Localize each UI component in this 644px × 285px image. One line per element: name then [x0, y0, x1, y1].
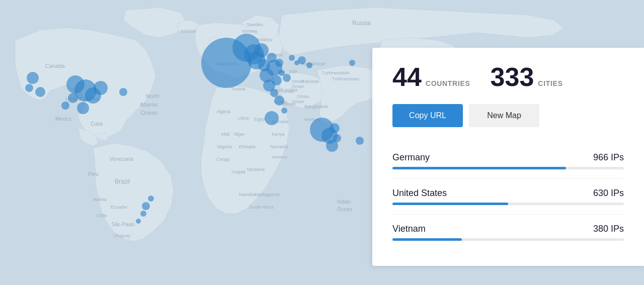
svg-text:Venezuela: Venezuela	[110, 156, 133, 162]
svg-text:United States: United States	[65, 96, 99, 102]
countries-label: COUNTRIES	[426, 79, 470, 87]
svg-text:Chile: Chile	[97, 213, 107, 218]
copy-url-button[interactable]: Copy URL	[392, 104, 463, 127]
svg-text:Iraq: Iraq	[277, 69, 285, 74]
svg-text:Nigeria: Nigeria	[217, 144, 232, 149]
country-header: Germany966 IPs	[392, 152, 624, 163]
svg-text:Turkmenistan: Turkmenistan	[332, 76, 359, 81]
country-bar-fill	[392, 203, 508, 205]
cities-stat: 333 CITIES	[491, 64, 563, 90]
stats-row: 44 COUNTRIES 333 CITIES	[392, 64, 624, 90]
svg-text:Sweden: Sweden	[247, 22, 263, 27]
countries-count: 44	[392, 64, 422, 90]
svg-text:Canada: Canada	[45, 63, 65, 69]
country-name: United States	[392, 188, 447, 199]
svg-text:Ecuador: Ecuador	[111, 205, 128, 210]
svg-text:Tanzania: Tanzania	[247, 167, 265, 172]
svg-text:Bolivia: Bolivia	[93, 197, 107, 202]
svg-text:Iceland: Iceland	[181, 29, 196, 34]
cities-label: CITIES	[538, 79, 562, 87]
svg-text:Pakistan: Pakistan	[302, 79, 319, 84]
svg-text:Libya: Libya	[238, 116, 249, 121]
svg-text:Greece: Greece	[268, 52, 283, 57]
countries-stat: 44 COUNTRIES	[392, 64, 470, 90]
svg-text:Kazakhstan: Kazakhstan	[302, 61, 326, 66]
svg-text:South Africa: South Africa	[249, 205, 274, 210]
svg-text:United Kin...: United Kin...	[216, 61, 241, 66]
svg-text:Oman: Oman	[292, 99, 304, 104]
country-ips: 380 IPs	[593, 224, 624, 234]
country-header: United States630 IPs	[392, 188, 624, 199]
svg-text:Belarus: Belarus	[257, 37, 272, 42]
country-bar-bg	[392, 167, 624, 169]
country-name: Vietnam	[392, 224, 426, 234]
svg-text:Tunisia: Tunisia	[231, 86, 246, 91]
country-ips: 630 IPs	[593, 188, 624, 199]
svg-text:Brazil: Brazil	[115, 178, 130, 185]
svg-text:Turkmenistan: Turkmenistan	[322, 70, 349, 75]
svg-text:Egypt: Egypt	[254, 117, 266, 122]
svg-text:Russia: Russia	[352, 20, 371, 27]
svg-text:Peru: Peru	[88, 171, 99, 177]
svg-text:Angola: Angola	[231, 169, 246, 174]
country-bar-fill	[392, 238, 462, 241]
country-item: Vietnam380 IPs	[392, 215, 624, 250]
svg-text:Cuba: Cuba	[91, 121, 103, 127]
country-name: Germany	[392, 152, 430, 163]
svg-text:Ethiopia: Ethiopia	[239, 144, 256, 149]
svg-text:Uruguay: Uruguay	[113, 233, 131, 238]
svg-text:Bangladesh: Bangladesh	[304, 104, 329, 109]
svg-text:Indian: Indian	[337, 199, 351, 205]
data-panel: 44 COUNTRIES 333 CITIES Copy URL New Map…	[372, 48, 644, 266]
svg-text:Iran: Iran	[289, 69, 297, 74]
svg-text:Ocean: Ocean	[337, 207, 352, 212]
country-item: United States630 IPs	[392, 179, 624, 215]
country-ips: 966 IPs	[593, 152, 624, 163]
svg-text:São Paulo: São Paulo	[112, 222, 135, 227]
svg-text:Ocean: Ocean	[141, 110, 157, 116]
buttons-row: Copy URL New Map	[392, 104, 624, 127]
svg-text:Namibia: Namibia	[239, 192, 256, 197]
svg-text:North: North	[146, 93, 159, 99]
svg-text:Somalia: Somalia	[272, 119, 288, 124]
svg-text:Maldives: Maldives	[304, 117, 320, 122]
country-bar-fill	[392, 167, 566, 169]
svg-text:Atlantic: Atlantic	[140, 102, 158, 108]
new-map-button[interactable]: New Map	[469, 104, 539, 127]
svg-text:Saudi Arabia: Saudi Arabia	[272, 87, 297, 92]
svg-text:Madagascar: Madagascar	[255, 192, 280, 197]
svg-text:Tanzania: Tanzania	[270, 144, 288, 149]
svg-text:Yemen: Yemen	[273, 100, 287, 105]
country-bar-bg	[392, 238, 624, 241]
svg-text:Congo: Congo	[216, 157, 230, 162]
svg-text:Oman: Oman	[297, 94, 309, 99]
svg-text:Norway: Norway	[242, 29, 258, 34]
svg-text:Kenya: Kenya	[272, 132, 285, 137]
map-container: Canada United States Mexico Cuba Brazil …	[0, 0, 644, 285]
country-header: Vietnam380 IPs	[392, 224, 624, 234]
svg-text:Mali: Mali	[221, 132, 230, 137]
svg-text:Maldives: Maldives	[272, 155, 288, 159]
svg-text:Mexico: Mexico	[55, 116, 71, 122]
country-bar-bg	[392, 203, 624, 205]
cities-count: 333	[491, 64, 534, 90]
country-list: Germany966 IPsUnited States630 IPsVietna…	[392, 143, 624, 250]
svg-text:Niger: Niger	[234, 132, 245, 137]
svg-text:Algeria: Algeria	[216, 109, 230, 114]
country-item: Germany966 IPs	[392, 143, 624, 179]
